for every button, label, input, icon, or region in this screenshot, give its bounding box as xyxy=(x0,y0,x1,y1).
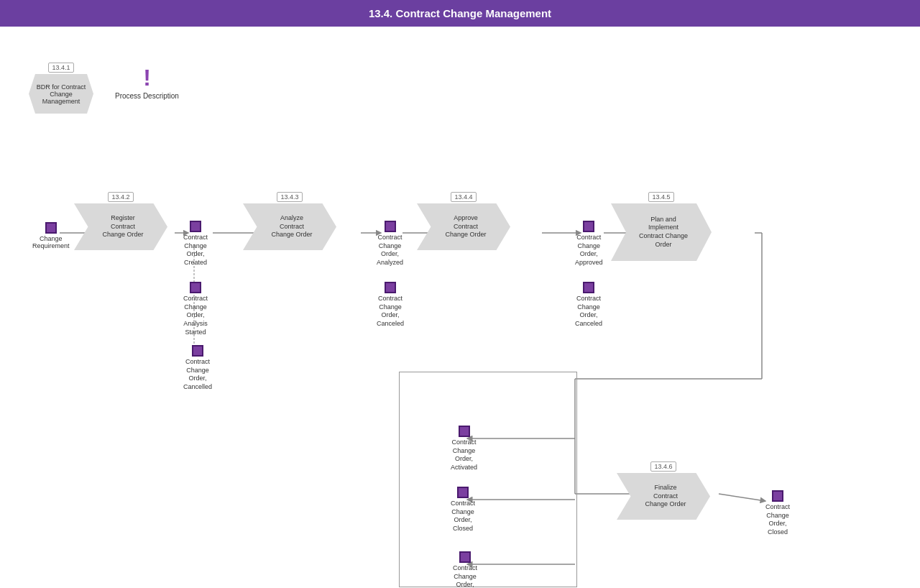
register-chevron[interactable]: RegisterContractChange Order xyxy=(74,203,167,250)
approve-label: ApproveContractChange Order xyxy=(445,214,486,239)
state-created: ContractChangeOrder,Created xyxy=(183,221,208,267)
start-purple-node xyxy=(45,222,57,234)
state-analysis-started: ContractChangeOrder,AnalysisStarted xyxy=(183,282,208,336)
state-canceled-analyze: ContractChangeOrder,Canceled xyxy=(377,282,404,329)
legend-process: ! Process Description xyxy=(115,66,179,100)
analyze-chevron[interactable]: AnalyzeContractChange Order xyxy=(243,203,336,250)
state-canceled-approve: ContractChangeOrder,Canceled xyxy=(575,282,602,329)
approve-chevron[interactable]: ApproveContractChange Order xyxy=(417,203,510,250)
process-plan[interactable]: 13.4.5 Plan andImplementContract ChangeO… xyxy=(611,192,712,261)
process-approve[interactable]: 13.4.4 ApproveContractChange Order xyxy=(417,192,510,250)
start-node: ChangeRequirement xyxy=(32,222,70,249)
bdr-id: 13.4.1 xyxy=(48,63,73,73)
legend-bdr: 13.4.1 BDR for Contract Change Managemen… xyxy=(29,63,93,114)
state-cancelled-group: ContractChangeOrder,Cancelled xyxy=(451,551,479,588)
plan-label: Plan andImplementContract ChangeOrder xyxy=(639,216,688,249)
approve-id: 13.4.4 xyxy=(451,192,476,202)
exclamation-icon: ! xyxy=(143,66,151,89)
plan-id: 13.4.5 xyxy=(648,192,673,202)
finalize-chevron[interactable]: FinalizeContractChange Order xyxy=(617,473,710,520)
plan-chevron[interactable]: Plan andImplementContract ChangeOrder xyxy=(611,203,712,261)
bdr-label: BDR for Contract Change Management xyxy=(29,83,93,105)
register-label: RegisterContractChange Order xyxy=(102,214,143,239)
analyze-label: AnalyzeContractChange Order xyxy=(271,214,312,239)
process-finalize[interactable]: 13.4.6 FinalizeContractChange Order xyxy=(617,461,710,520)
process-register[interactable]: 13.4.2 RegisterContractChange Order xyxy=(74,192,167,250)
svg-line-15 xyxy=(719,494,765,501)
finalize-label: FinalizeContractChange Order xyxy=(645,484,686,509)
state-approved: ContractChangeOrder,Approved xyxy=(575,221,603,267)
state-closed-group: ContractChangeOrder,Closed xyxy=(451,487,475,533)
finalize-id: 13.4.6 xyxy=(650,461,676,472)
state-cancelled-register: ContractChangeOrder,Cancelled xyxy=(183,345,212,392)
start-label: ChangeRequirement xyxy=(32,235,70,249)
header: 13.4. Contract Change Management xyxy=(0,0,920,27)
group-rect xyxy=(399,372,577,587)
process-analyze[interactable]: 13.4.3 AnalyzeContractChange Order xyxy=(243,192,336,250)
state-activated: ContractChangeOrder,Activated xyxy=(451,426,477,472)
analyze-id: 13.4.3 xyxy=(277,192,302,202)
header-title: 13.4. Contract Change Management xyxy=(369,7,551,19)
register-id: 13.4.2 xyxy=(108,192,133,202)
process-description-label: Process Description xyxy=(115,92,179,100)
canvas: 13.4.1 BDR for Contract Change Managemen… xyxy=(0,27,920,587)
state-analyzed: ContractChangeOrder,Analyzed xyxy=(377,221,403,267)
state-closed-final: ContractChangeOrder,Closed xyxy=(765,490,790,537)
bdr-shape: BDR for Contract Change Management xyxy=(29,74,93,114)
